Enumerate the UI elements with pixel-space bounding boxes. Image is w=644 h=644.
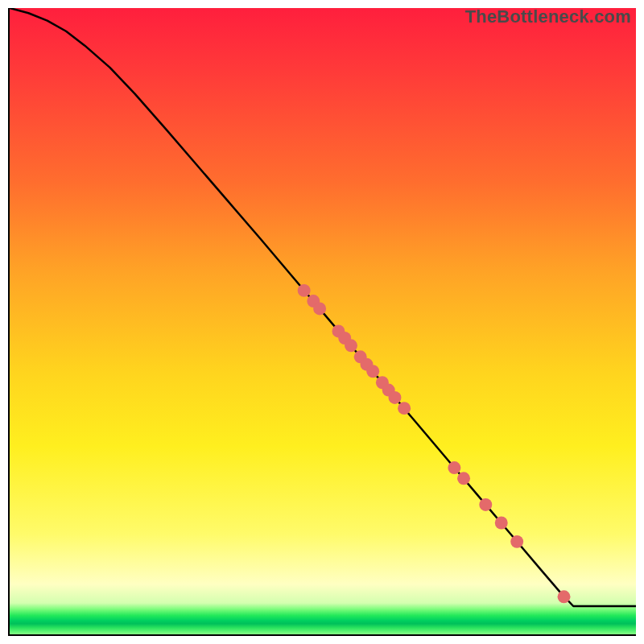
data-point [457, 472, 470, 485]
data-point [398, 402, 411, 415]
data-point [313, 302, 326, 315]
data-point [558, 590, 571, 603]
data-point [479, 498, 492, 511]
data-point [298, 284, 311, 297]
data-point [448, 461, 460, 474]
data-point [510, 535, 523, 548]
data-point [366, 365, 379, 378]
data-point [388, 391, 401, 404]
plot-area: TheBottleneck.com [8, 8, 636, 636]
bottleneck-chart: TheBottleneck.com [0, 0, 644, 644]
data-point [495, 517, 508, 530]
chart-svg-layer [10, 8, 636, 634]
data-point [345, 339, 357, 352]
watermark-text: TheBottleneck.com [465, 6, 631, 27]
